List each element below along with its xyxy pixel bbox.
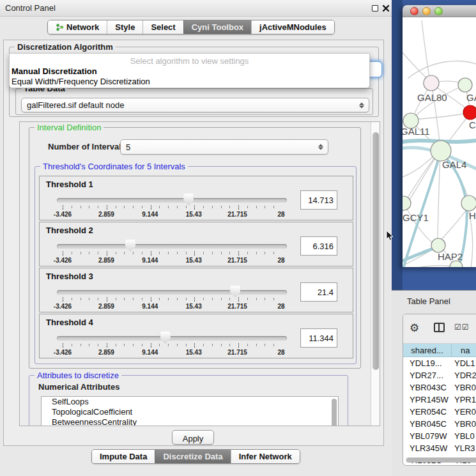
threshold-label: Threshold 2 bbox=[46, 226, 93, 235]
cell[interactable]: YBL079W bbox=[403, 430, 452, 442]
gear-icon[interactable]: ⚙ bbox=[410, 321, 419, 335]
table-row[interactable]: YBL079WYBL0 bbox=[403, 430, 476, 442]
node-h[interactable] bbox=[461, 196, 476, 211]
tab-label: Select bbox=[151, 22, 175, 32]
combo-value: galFiltered.sif default node bbox=[27, 100, 124, 110]
node-gal4[interactable] bbox=[431, 141, 451, 161]
select-columns-icon[interactable]: ☑☑ bbox=[454, 323, 470, 332]
cell[interactable]: YPR145W bbox=[403, 394, 452, 406]
threshold-1-slider[interactable]: -3.4262.8599.14415.4321.71528 bbox=[57, 196, 287, 217]
cell[interactable]: YDR27... bbox=[403, 369, 452, 381]
cell[interactable]: YBR045C bbox=[403, 418, 452, 430]
stepper-arrows-icon bbox=[318, 144, 323, 150]
node-hap2[interactable] bbox=[431, 238, 445, 252]
table-row[interactable]: YBR043CYBR0 bbox=[403, 381, 476, 394]
threshold-2-slider[interactable]: -3.4262.8599.14415.4321.71528 bbox=[57, 242, 287, 263]
node-selected-red[interactable] bbox=[463, 105, 476, 119]
settings-vertical-scrollbar[interactable] bbox=[371, 122, 380, 426]
node-label: GCY1 bbox=[403, 212, 429, 223]
list-scrollbar[interactable] bbox=[332, 399, 337, 426]
list-item[interactable]: TopologicalCoefficient bbox=[42, 407, 338, 417]
dropdown-option-equal-width[interactable]: Equal Width/Frequency Discretization bbox=[12, 77, 150, 86]
tab-impute-data[interactable]: Impute Data bbox=[92, 450, 155, 463]
slider-track[interactable] bbox=[57, 198, 287, 203]
scrollbar-thumb[interactable] bbox=[406, 457, 476, 463]
table-row[interactable]: YBR045CYBR0 bbox=[403, 418, 476, 430]
column-header-shared-name[interactable]: shared... bbox=[403, 344, 452, 357]
close-icon[interactable] bbox=[382, 4, 390, 12]
table-row[interactable]: YPR145WYPR1 bbox=[403, 394, 476, 406]
cell[interactable]: YBR0 bbox=[452, 418, 476, 430]
tab-jactivemnodules[interactable]: jActiveMNodules bbox=[251, 20, 334, 34]
slider-track[interactable] bbox=[57, 336, 287, 341]
threshold-label: Threshold 1 bbox=[46, 180, 93, 189]
desktop-edge bbox=[392, 0, 403, 290]
tab-network[interactable]: Network bbox=[48, 20, 107, 34]
cell[interactable]: YPR1 bbox=[452, 394, 476, 406]
zoom-traffic-light[interactable] bbox=[434, 7, 443, 15]
tab-select[interactable]: Select bbox=[142, 20, 183, 34]
node-label: GA bbox=[466, 92, 476, 103]
network-canvas[interactable]: GAL80 GA C GAL11 GAL4 GCY1 H HAP2 bbox=[403, 17, 476, 267]
tab-infer-network[interactable]: Infer Network bbox=[231, 450, 300, 463]
slider-ticks bbox=[63, 205, 282, 210]
cell[interactable]: YBR0 bbox=[452, 381, 476, 394]
slider-ticks bbox=[63, 251, 282, 256]
table-row[interactable]: YER054CYER0 bbox=[403, 406, 476, 418]
node-label: GAL4 bbox=[442, 159, 466, 170]
tab-discretize-data[interactable]: Discretize Data bbox=[155, 450, 230, 463]
slider-track[interactable] bbox=[57, 290, 287, 295]
threshold-value-field[interactable]: 21.4 bbox=[300, 282, 337, 302]
threshold-value-field[interactable]: 6.316 bbox=[300, 236, 337, 256]
slider-tick-label: 9.144 bbox=[142, 257, 158, 264]
float-window-icon[interactable] bbox=[372, 5, 378, 12]
apply-button[interactable]: Apply bbox=[172, 430, 214, 445]
scrollbar-thumb[interactable] bbox=[372, 132, 379, 370]
table-toolbar: ⚙ ☑☑ bbox=[403, 314, 476, 344]
table-data-combo[interactable]: galFiltered.sif default node bbox=[21, 98, 369, 112]
cell[interactable]: YER054C bbox=[403, 406, 452, 418]
table-row[interactable]: YDL19...YDL1 bbox=[403, 357, 476, 369]
list-item[interactable]: BetweennessCentrality bbox=[42, 417, 338, 426]
cell[interactable]: YLR3 bbox=[452, 442, 476, 454]
close-traffic-light[interactable] bbox=[410, 7, 418, 15]
slider-thumb[interactable] bbox=[160, 332, 171, 344]
cell[interactable]: YBL0 bbox=[452, 430, 476, 442]
threshold-value-field[interactable]: 11.344 bbox=[300, 328, 337, 348]
table-row[interactable]: YLR345WYLR3 bbox=[403, 442, 476, 454]
cell[interactable]: YDR2 bbox=[452, 369, 476, 381]
table-row[interactable]: YDR27...YDR2 bbox=[403, 369, 476, 381]
num-intervals-combo[interactable]: 5 bbox=[120, 139, 328, 155]
list-item[interactable]: SelfLoops bbox=[42, 397, 338, 407]
threshold-3-slider[interactable]: -3.4262.8599.14415.4321.71528 bbox=[57, 288, 287, 309]
slider-thumb[interactable] bbox=[125, 240, 135, 252]
group-title: Discretization Algorithm bbox=[15, 42, 116, 52]
slider-tick-label: 28 bbox=[277, 257, 284, 264]
slider-tick-label: -3.426 bbox=[54, 349, 72, 356]
tab-label: Cyni Toolbox bbox=[192, 22, 243, 32]
tab-style[interactable]: Style bbox=[107, 20, 142, 34]
dropdown-option-manual[interactable]: Manual Discretization bbox=[12, 66, 97, 76]
threshold-value-field[interactable]: 14.713 bbox=[300, 190, 337, 210]
tab-cyni-toolbox[interactable]: Cyni Toolbox bbox=[183, 20, 251, 34]
cell[interactable]: YER0 bbox=[452, 406, 476, 418]
slider-thumb[interactable] bbox=[183, 194, 194, 206]
threshold-4-slider[interactable]: -3.4262.8599.14415.4321.71528 bbox=[57, 334, 287, 355]
node-gcy1[interactable] bbox=[403, 196, 411, 210]
node-gal80[interactable] bbox=[424, 75, 439, 91]
slider-thumb[interactable] bbox=[230, 286, 240, 298]
node-top-right[interactable] bbox=[458, 78, 472, 92]
columns-icon[interactable] bbox=[434, 323, 445, 332]
minimize-traffic-light[interactable] bbox=[422, 7, 431, 15]
slider-track[interactable] bbox=[57, 244, 287, 249]
cell[interactable]: YLR345W bbox=[403, 442, 452, 454]
slider-tick-label: 9.144 bbox=[142, 303, 158, 310]
attributes-group: Attributes to discretize Numerical Attri… bbox=[29, 375, 348, 426]
column-header-name[interactable]: na bbox=[452, 344, 476, 357]
table-header-row: shared... na bbox=[403, 344, 476, 357]
cell[interactable]: YBR043C bbox=[403, 381, 452, 394]
table-horizontal-scrollbar[interactable] bbox=[406, 457, 476, 463]
numerical-attributes-list[interactable]: SelfLoops TopologicalCoefficient Between… bbox=[41, 396, 339, 426]
cell[interactable]: YDL19... bbox=[403, 357, 452, 369]
cell[interactable]: YDL1 bbox=[452, 357, 476, 369]
